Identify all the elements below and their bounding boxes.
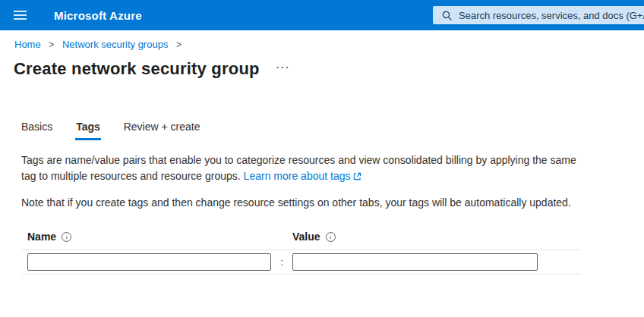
tab-list: Basics Tags Review + create xyxy=(21,121,644,140)
overflow-menu-icon[interactable]: ··· xyxy=(276,62,291,77)
search-input[interactable] xyxy=(459,6,644,24)
info-icon[interactable]: i xyxy=(62,232,71,242)
page-title: Create network security group xyxy=(14,59,260,79)
value-column-header: Value i xyxy=(292,231,581,243)
breadcrumb-separator: > xyxy=(176,39,182,50)
info-icon[interactable]: i xyxy=(326,232,336,242)
learn-more-label: Learn more about tags xyxy=(244,170,351,182)
tab-basics[interactable]: Basics xyxy=(21,121,52,140)
breadcrumb-home[interactable]: Home xyxy=(14,39,41,50)
tag-name-input[interactable] xyxy=(27,253,271,271)
breadcrumb: Home > Network security groups > xyxy=(14,39,644,50)
tab-tags[interactable]: Tags xyxy=(75,121,101,140)
search-icon xyxy=(442,11,452,20)
menu-icon[interactable] xyxy=(14,11,27,20)
tags-table-header: Name i Value i xyxy=(21,231,581,250)
value-header-label: Value xyxy=(292,231,320,243)
page-header: Create network security group ··· xyxy=(14,59,644,79)
learn-more-link[interactable]: Learn more about tags xyxy=(244,170,362,182)
tag-value-input[interactable] xyxy=(292,253,538,271)
tab-review-create[interactable]: Review + create xyxy=(124,121,200,140)
name-header-label: Name xyxy=(27,231,56,243)
breadcrumb-separator: > xyxy=(49,39,54,50)
tag-row: : xyxy=(21,250,581,275)
tags-description: Tags are name/value pairs that enable yo… xyxy=(21,152,582,184)
top-bar: Microsoft Azure xyxy=(0,0,644,30)
portal-title: Microsoft Azure xyxy=(54,9,142,22)
breadcrumb-network-security-groups[interactable]: Network security groups xyxy=(62,39,168,50)
tags-table: Name i Value i : xyxy=(21,231,581,275)
tag-separator: : xyxy=(271,256,292,268)
name-column-header: Name i xyxy=(27,231,292,243)
global-search[interactable] xyxy=(433,6,644,24)
external-link-icon xyxy=(353,172,361,180)
tags-note: Note that if you create tags and then ch… xyxy=(21,195,582,210)
